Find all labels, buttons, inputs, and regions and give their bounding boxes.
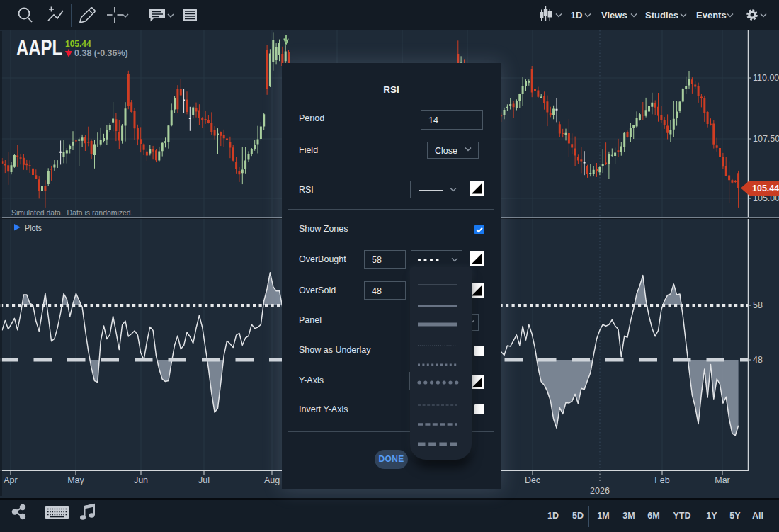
- svg-text:110.00: 110.00: [753, 73, 779, 83]
- svg-text:107.50: 107.50: [753, 134, 779, 144]
- svg-text:58: 58: [753, 300, 763, 310]
- svg-text:2026: 2026: [590, 486, 610, 496]
- svg-text:Feb: Feb: [654, 475, 670, 485]
- svg-text:Apr: Apr: [4, 475, 17, 485]
- svg-text:Mar: Mar: [715, 475, 730, 485]
- svg-text:Aug: Aug: [264, 475, 280, 485]
- svg-text:May: May: [67, 475, 84, 485]
- svg-text:48: 48: [753, 355, 763, 365]
- svg-text:Jul: Jul: [198, 475, 210, 485]
- svg-text:Dec: Dec: [525, 475, 540, 485]
- svg-text:Jun: Jun: [134, 475, 148, 485]
- svg-text:105.44: 105.44: [752, 183, 779, 193]
